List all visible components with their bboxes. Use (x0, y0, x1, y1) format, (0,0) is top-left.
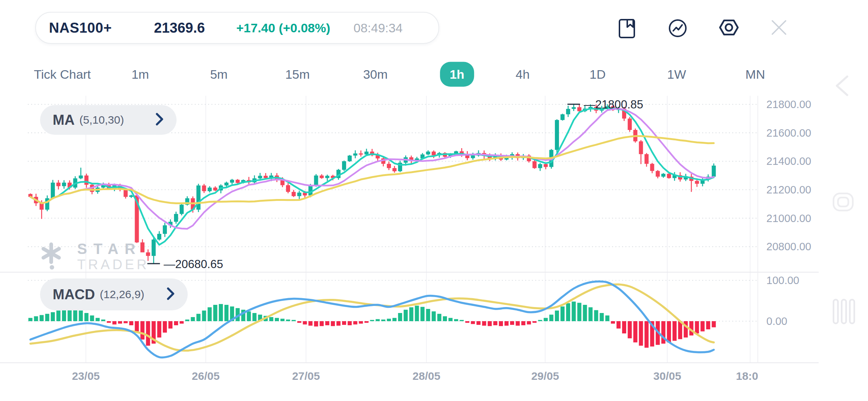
macd-axis-label: 0.00 (766, 315, 787, 327)
symbol-header-pill[interactable]: NAS100+ 21369.6 +17.40 (+0.08%) 08:49:34 (35, 12, 439, 44)
date-label: 29/05 (531, 370, 559, 382)
price-axis-label: 20800.00 (766, 241, 811, 252)
price-axis-label: 21000.00 (766, 212, 811, 224)
timeframe-tabs: Tick Chart1m5m15m30m1h4h1D1WMN (0, 59, 868, 89)
broker-watermark: STAR TRADER (37, 241, 149, 273)
tab-30m[interactable]: 30m (363, 67, 388, 82)
ma-indicator-button[interactable]: MA (5,10,30) (40, 105, 177, 135)
tab-1h[interactable]: 1h (440, 62, 474, 87)
symbol-name: NAS100+ (49, 20, 112, 36)
macd-label: MACD (53, 287, 95, 303)
date-label: 28/05 (412, 370, 440, 382)
tab-tick-chart[interactable]: Tick Chart (34, 67, 91, 82)
chevron-right-icon (166, 286, 175, 303)
close-icon[interactable] (770, 19, 788, 38)
server-time: 08:49:34 (354, 21, 402, 35)
price-axis-label: 21200.00 (766, 184, 811, 196)
trend-circle-icon[interactable] (668, 19, 687, 39)
date-label: 26/05 (192, 370, 220, 382)
tab-1d[interactable]: 1D (589, 67, 605, 82)
star-logo-icon (37, 241, 65, 270)
settings-nut-icon[interactable] (719, 19, 739, 38)
collapse-chevron-icon[interactable] (832, 74, 854, 99)
ma-params: (5,10,30) (79, 114, 124, 126)
date-label: 23/05 (72, 370, 100, 382)
drawer-bars-icon[interactable] (832, 299, 855, 326)
ma-label: MA (53, 112, 75, 128)
price-axis-label: 21800.00 (766, 98, 811, 110)
price-change: +17.40 (+0.08%) (236, 21, 330, 35)
tab-15m[interactable]: 15m (285, 67, 310, 82)
watermark-line2: TRADER (77, 257, 149, 273)
watermark-line1: STAR (77, 241, 149, 257)
trading-chart-screen: { "header": { "symbol": "NAS100+", "pric… (0, 0, 868, 401)
tab-4h[interactable]: 4h (516, 67, 530, 82)
macd-axis-label: 100.00 (766, 274, 799, 286)
date-axis: 23/0526/0527/0528/0529/0530/0518:00 (72, 370, 765, 382)
tab-1w[interactable]: 1W (667, 67, 686, 82)
tab-mn[interactable]: MN (746, 67, 765, 82)
low-annotation: —20680.65 (164, 258, 223, 271)
date-label: 30/05 (653, 370, 681, 382)
frame-icon[interactable] (832, 192, 854, 213)
date-label: 27/05 (292, 370, 320, 382)
date-label: 18:00 (736, 370, 765, 382)
last-price: 21369.6 (154, 20, 205, 36)
price-axis-label: 21400.00 (766, 155, 811, 167)
tab-5m[interactable]: 5m (210, 67, 227, 82)
chevron-right-icon (155, 112, 164, 128)
high-annotation: —21800.85 (584, 98, 643, 111)
bookmark-icon[interactable] (618, 19, 635, 40)
tab-1m[interactable]: 1m (131, 67, 149, 82)
macd-indicator-button[interactable]: MACD (12,26,9) (40, 278, 188, 310)
price-axis-label: 21600.00 (766, 127, 811, 139)
macd-params: (12,26,9) (100, 288, 144, 301)
